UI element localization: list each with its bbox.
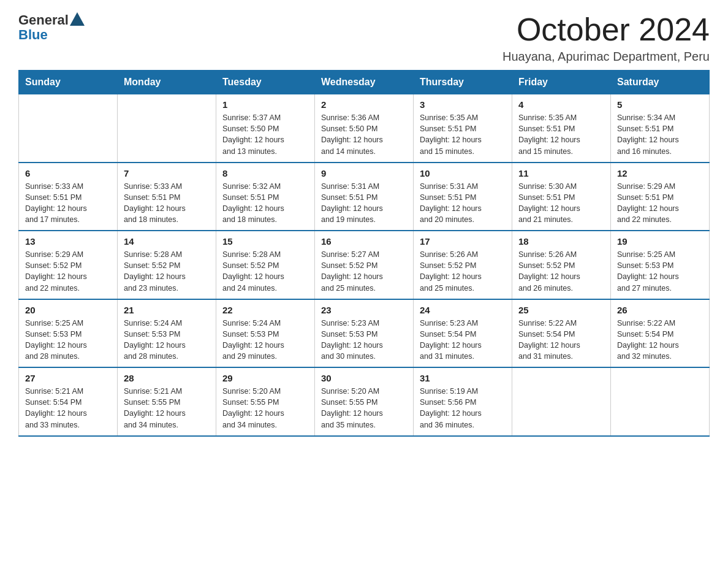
day-number: 3 [420,99,506,110]
calendar-cell: 5Sunrise: 5:34 AM Sunset: 5:51 PM Daylig… [611,94,710,163]
calendar-cell: 2Sunrise: 5:36 AM Sunset: 5:50 PM Daylig… [315,94,414,163]
calendar-header-sunday: Sunday [19,71,118,94]
calendar-cell: 31Sunrise: 5:19 AM Sunset: 5:56 PM Dayli… [414,367,512,436]
calendar-cell: 22Sunrise: 5:24 AM Sunset: 5:53 PM Dayli… [216,299,315,368]
day-info: Sunrise: 5:33 AM Sunset: 5:51 PM Dayligh… [124,181,210,226]
calendar-cell: 1Sunrise: 5:37 AM Sunset: 5:50 PM Daylig… [216,94,315,163]
day-info: Sunrise: 5:26 AM Sunset: 5:52 PM Dayligh… [518,249,604,294]
day-number: 24 [420,305,506,315]
calendar-week-row: 6Sunrise: 5:33 AM Sunset: 5:51 PM Daylig… [19,163,710,231]
day-number: 10 [420,168,506,178]
calendar-cell [19,94,118,163]
day-number: 31 [420,373,506,383]
page-subtitle: Huayana, Apurimac Department, Peru [502,50,710,64]
day-number: 17 [420,236,506,247]
page-header: General Blue October 2024 Huayana, Apuri… [18,12,710,64]
calendar-header-saturday: Saturday [611,71,710,94]
calendar-cell: 19Sunrise: 5:25 AM Sunset: 5:53 PM Dayli… [611,231,710,299]
day-info: Sunrise: 5:19 AM Sunset: 5:56 PM Dayligh… [420,386,506,431]
day-info: Sunrise: 5:31 AM Sunset: 5:51 PM Dayligh… [420,181,506,226]
day-info: Sunrise: 5:26 AM Sunset: 5:52 PM Dayligh… [420,249,506,294]
calendar-cell [611,367,710,436]
day-info: Sunrise: 5:37 AM Sunset: 5:50 PM Dayligh… [222,112,308,157]
calendar-header-thursday: Thursday [414,71,512,94]
day-number: 11 [518,168,604,178]
calendar-cell: 9Sunrise: 5:31 AM Sunset: 5:51 PM Daylig… [315,163,414,231]
day-number: 23 [321,305,407,315]
day-number: 7 [124,168,210,178]
calendar-cell: 13Sunrise: 5:29 AM Sunset: 5:52 PM Dayli… [19,231,118,299]
calendar-cell: 30Sunrise: 5:20 AM Sunset: 5:55 PM Dayli… [315,367,414,436]
day-number: 21 [124,305,210,315]
calendar-cell: 23Sunrise: 5:23 AM Sunset: 5:53 PM Dayli… [315,299,414,368]
day-info: Sunrise: 5:27 AM Sunset: 5:52 PM Dayligh… [321,249,407,294]
day-number: 27 [25,373,111,383]
day-number: 22 [222,305,308,315]
calendar-cell: 6Sunrise: 5:33 AM Sunset: 5:51 PM Daylig… [19,163,118,231]
day-info: Sunrise: 5:22 AM Sunset: 5:54 PM Dayligh… [518,318,604,362]
calendar-cell: 28Sunrise: 5:21 AM Sunset: 5:55 PM Dayli… [118,367,216,436]
calendar-cell: 24Sunrise: 5:23 AM Sunset: 5:54 PM Dayli… [414,299,512,368]
day-number: 9 [321,168,407,178]
calendar-cell: 16Sunrise: 5:27 AM Sunset: 5:52 PM Dayli… [315,231,414,299]
day-number: 2 [321,99,407,110]
calendar-cell [118,94,216,163]
calendar-cell [512,367,611,436]
day-number: 5 [617,99,703,110]
page-title: October 2024 [517,12,710,47]
day-info: Sunrise: 5:32 AM Sunset: 5:51 PM Dayligh… [222,181,308,226]
day-info: Sunrise: 5:29 AM Sunset: 5:51 PM Dayligh… [617,181,703,226]
day-info: Sunrise: 5:24 AM Sunset: 5:53 PM Dayligh… [222,318,308,362]
calendar-cell: 29Sunrise: 5:20 AM Sunset: 5:55 PM Dayli… [216,367,315,436]
calendar-cell: 4Sunrise: 5:35 AM Sunset: 5:51 PM Daylig… [512,94,611,163]
day-info: Sunrise: 5:21 AM Sunset: 5:54 PM Dayligh… [25,386,111,431]
day-info: Sunrise: 5:35 AM Sunset: 5:51 PM Dayligh… [420,112,506,157]
day-number: 26 [617,305,703,315]
day-number: 15 [222,236,308,247]
day-number: 29 [222,373,308,383]
calendar-cell: 21Sunrise: 5:24 AM Sunset: 5:53 PM Dayli… [118,299,216,368]
calendar-cell: 20Sunrise: 5:25 AM Sunset: 5:53 PM Dayli… [19,299,118,368]
logo: General Blue [18,12,85,43]
day-number: 20 [25,305,111,315]
day-number: 28 [124,373,210,383]
calendar-cell: 17Sunrise: 5:26 AM Sunset: 5:52 PM Dayli… [414,231,512,299]
day-number: 25 [518,305,604,315]
day-number: 6 [25,168,111,178]
calendar-header-wednesday: Wednesday [315,71,414,94]
day-number: 18 [518,236,604,247]
calendar-cell: 18Sunrise: 5:26 AM Sunset: 5:52 PM Dayli… [512,231,611,299]
day-number: 16 [321,236,407,247]
day-info: Sunrise: 5:25 AM Sunset: 5:53 PM Dayligh… [617,249,703,294]
calendar-cell: 15Sunrise: 5:28 AM Sunset: 5:52 PM Dayli… [216,231,315,299]
calendar-week-row: 27Sunrise: 5:21 AM Sunset: 5:54 PM Dayli… [19,367,710,436]
calendar-week-row: 13Sunrise: 5:29 AM Sunset: 5:52 PM Dayli… [19,231,710,299]
day-number: 14 [124,236,210,247]
day-info: Sunrise: 5:30 AM Sunset: 5:51 PM Dayligh… [518,181,604,226]
calendar-cell: 7Sunrise: 5:33 AM Sunset: 5:51 PM Daylig… [118,163,216,231]
calendar-cell: 8Sunrise: 5:32 AM Sunset: 5:51 PM Daylig… [216,163,315,231]
calendar-cell: 14Sunrise: 5:28 AM Sunset: 5:52 PM Dayli… [118,231,216,299]
day-info: Sunrise: 5:28 AM Sunset: 5:52 PM Dayligh… [222,249,308,294]
day-number: 1 [222,99,308,110]
logo-triangle-icon [70,12,85,26]
day-number: 30 [321,373,407,383]
calendar-week-row: 20Sunrise: 5:25 AM Sunset: 5:53 PM Dayli… [19,299,710,368]
calendar-cell: 12Sunrise: 5:29 AM Sunset: 5:51 PM Dayli… [611,163,710,231]
day-number: 19 [617,236,703,247]
day-info: Sunrise: 5:34 AM Sunset: 5:51 PM Dayligh… [617,112,703,157]
calendar-cell: 3Sunrise: 5:35 AM Sunset: 5:51 PM Daylig… [414,94,512,163]
day-number: 12 [617,168,703,178]
day-info: Sunrise: 5:35 AM Sunset: 5:51 PM Dayligh… [518,112,604,157]
calendar-cell: 26Sunrise: 5:22 AM Sunset: 5:54 PM Dayli… [611,299,710,368]
day-info: Sunrise: 5:33 AM Sunset: 5:51 PM Dayligh… [25,181,111,226]
day-info: Sunrise: 5:25 AM Sunset: 5:53 PM Dayligh… [25,318,111,362]
calendar-header-friday: Friday [512,71,611,94]
day-number: 4 [518,99,604,110]
calendar-cell: 27Sunrise: 5:21 AM Sunset: 5:54 PM Dayli… [19,367,118,436]
day-number: 8 [222,168,308,178]
day-info: Sunrise: 5:23 AM Sunset: 5:53 PM Dayligh… [321,318,407,362]
day-info: Sunrise: 5:31 AM Sunset: 5:51 PM Dayligh… [321,181,407,226]
calendar-header-tuesday: Tuesday [216,71,315,94]
day-info: Sunrise: 5:28 AM Sunset: 5:52 PM Dayligh… [124,249,210,294]
